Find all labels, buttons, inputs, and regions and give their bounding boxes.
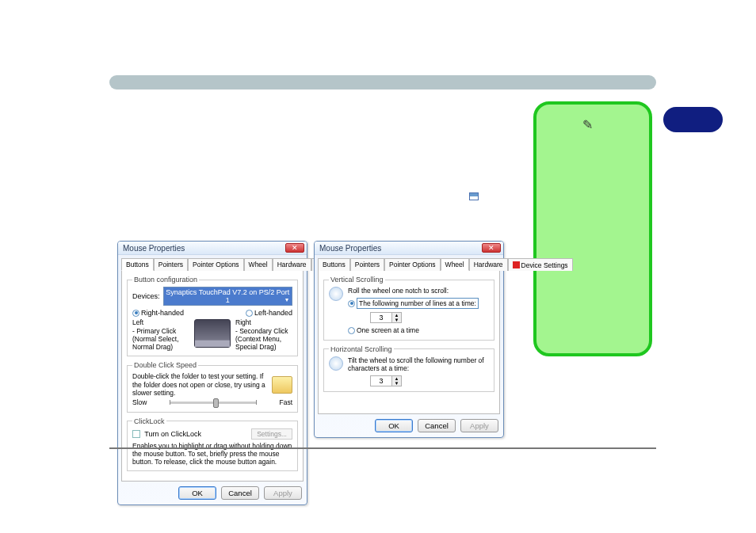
checkbox-clicklock[interactable]: Turn on ClickLock (132, 430, 201, 438)
radio-lines-at-time[interactable]: The following number of lines at a time: (348, 298, 489, 309)
tab-buttons[interactable]: Buttons (318, 258, 350, 271)
tab-pointer-options[interactable]: Pointer Options (188, 258, 244, 271)
radio-dot-icon (246, 310, 253, 317)
devices-label: Devices: (132, 292, 160, 300)
radio-dot-icon (348, 327, 355, 334)
cancel-button[interactable]: Cancel (221, 486, 259, 500)
apply-button[interactable]: Apply (264, 486, 302, 500)
horiz-chars-spinner[interactable]: ▲▼ (370, 375, 402, 386)
dbl-click-desc: Double-click the folder to test your set… (132, 372, 267, 397)
handedness-row: Right-handed Left-handed (132, 309, 292, 317)
tab-pointers[interactable]: Pointers (154, 258, 188, 271)
radio-dot-icon (348, 300, 355, 307)
horizontal-rule (109, 447, 656, 449)
devices-row: Devices: Synaptics TouchPad V7.2 on PS/2… (132, 287, 292, 306)
cancel-button[interactable]: Cancel (418, 419, 456, 432)
group-button-configuration: Button configuration Devices: Synaptics … (127, 276, 298, 356)
group-vertical-scrolling: Vertical Scrolling Roll the wheel one no… (323, 276, 494, 341)
close-button[interactable]: ✕ (482, 243, 501, 253)
dbl-click-slider[interactable] (170, 402, 257, 404)
tab-body-wheel: Vertical Scrolling Roll the wheel one no… (318, 270, 500, 414)
ok-button[interactable]: OK (375, 419, 413, 432)
tabs-row: Buttons Pointers Pointer Options Wheel H… (315, 255, 503, 270)
group-horizontal-scrolling: Horizontal Scrolling Tilt the wheel to s… (323, 345, 494, 392)
mouse-properties-window-wheel: Mouse Properties ✕ Buttons Pointers Poin… (314, 241, 504, 438)
device-select[interactable]: Synaptics TouchPad V7.2 on PS/2 Port 1 (163, 287, 292, 306)
tab-pointers[interactable]: Pointers (350, 258, 384, 271)
dialog-buttons: OK Cancel Apply (118, 482, 307, 504)
titlebar: Mouse Properties ✕ (118, 242, 307, 255)
spinner-down-icon[interactable]: ▼ (392, 318, 401, 322)
radio-right-handed[interactable]: Right-handed (132, 309, 184, 317)
handedness-detail: Left - Primary Click (Normal Select, Nor… (132, 319, 292, 351)
close-button[interactable]: ✕ (285, 243, 304, 253)
dialog-buttons: OK Cancel Apply (315, 414, 503, 437)
right-button-desc: Right - Secondary Click (Context Menu, S… (235, 319, 292, 351)
tab-wheel[interactable]: Wheel (441, 258, 469, 271)
tabs-row: Buttons Pointers Pointer Options Wheel H… (118, 255, 307, 270)
tab-hardware[interactable]: Hardware (273, 258, 311, 271)
vert-lines-input[interactable] (371, 313, 391, 322)
tab-hardware[interactable]: Hardware (469, 258, 508, 271)
tab-body-buttons: Button configuration Devices: Synaptics … (121, 270, 304, 482)
left-button-desc: Left - Primary Click (Normal Select, Nor… (132, 319, 189, 351)
tab-wheel[interactable]: Wheel (244, 258, 273, 271)
window-title: Mouse Properties (319, 244, 381, 253)
tab-buttons[interactable]: Buttons (121, 258, 154, 271)
pen-icon: ✎ (582, 117, 593, 132)
label-slow: Slow (132, 398, 147, 406)
synaptics-icon (513, 261, 520, 268)
page-tab-pill (663, 107, 723, 132)
group-clicklock: ClickLock Turn on ClickLock Settings... … (127, 417, 298, 472)
titlebar: Mouse Properties ✕ (315, 242, 503, 255)
ok-button[interactable]: OK (178, 486, 216, 500)
wheel-icon (329, 356, 343, 371)
mouse-properties-window-buttons: Mouse Properties ✕ Buttons Pointers Poin… (117, 241, 307, 505)
clicklock-settings-button[interactable]: Settings... (251, 428, 292, 440)
radio-left-handed[interactable]: Left-handed (246, 309, 292, 317)
touchpad-illustration (194, 319, 231, 348)
clicklock-desc: Enables you to highlight or drag without… (132, 442, 292, 466)
group-double-click-speed: Double Click Speed Double-click the fold… (127, 361, 298, 413)
slider-thumb-icon[interactable] (213, 398, 219, 408)
image-icon (469, 192, 479, 200)
spinner-down-icon[interactable]: ▼ (392, 381, 401, 386)
horiz-scroll-desc: Tilt the wheel to scroll the following n… (348, 356, 489, 372)
tab-device-settings[interactable]: Device Settings (508, 258, 573, 271)
vert-lines-spinner[interactable]: ▲▼ (370, 312, 402, 323)
checkbox-icon (132, 430, 140, 438)
page-header-bar (109, 75, 656, 89)
label-fast: Fast (279, 398, 292, 406)
horiz-chars-input[interactable] (371, 376, 391, 386)
apply-button[interactable]: Apply (460, 419, 498, 432)
wheel-icon (329, 287, 343, 301)
tab-pointer-options[interactable]: Pointer Options (384, 258, 441, 271)
vert-scroll-desc: Roll the wheel one notch to scroll: (348, 287, 489, 295)
sticky-note (533, 101, 652, 356)
radio-dot-icon (132, 310, 139, 317)
folder-test-icon[interactable] (272, 376, 292, 394)
window-title: Mouse Properties (123, 244, 185, 253)
radio-one-screen[interactable]: One screen at a time (348, 326, 489, 334)
